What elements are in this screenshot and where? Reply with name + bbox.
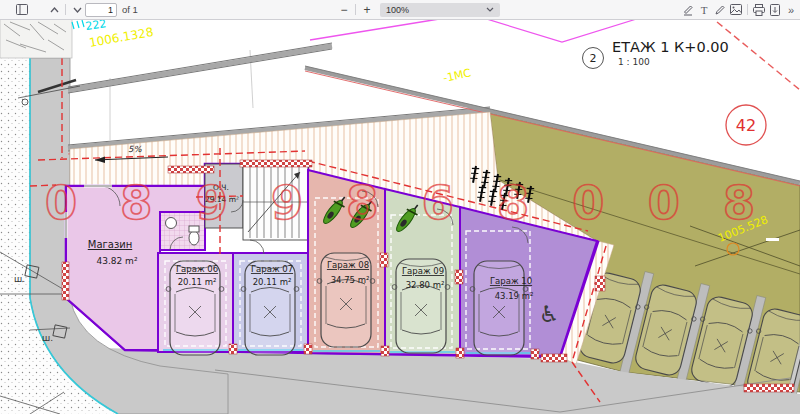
zoom-in-button[interactable]: + (359, 2, 375, 18)
wheelchair-accessible-icon: ♿ (539, 301, 560, 327)
print-icon[interactable] (751, 2, 767, 18)
page-count-label: of 1 (122, 4, 138, 15)
survey-mark (766, 238, 779, 241)
garage-10-area: 43.19 m² (495, 291, 534, 301)
image-tool-icon[interactable] (728, 2, 744, 18)
garage-08-name: Гараж 08 (327, 260, 369, 270)
garage-06-area: 20.11 m² (178, 277, 217, 287)
sink-icon (166, 218, 177, 229)
plan-canvas[interactable]: ш. ш. (0, 0, 800, 414)
previous-page-icon[interactable] (46, 2, 62, 18)
slope-label: 5% (128, 144, 142, 154)
text-tool-icon[interactable]: T (696, 2, 712, 18)
garage-09-name: Гараж 09 (402, 266, 444, 276)
drawing-number: 2 (590, 52, 597, 65)
shaft-label: ш. (42, 333, 53, 343)
pdf-viewer-window: of 1 − + 100% T (0, 0, 800, 414)
car-icon (241, 261, 299, 355)
draw-tool-icon[interactable] (712, 2, 728, 18)
toolbar-divider (355, 4, 356, 15)
toolbar-divider (747, 4, 748, 15)
page-number-input[interactable] (85, 3, 117, 17)
zoom-level-value: 100% (386, 5, 409, 15)
save-icon[interactable] (767, 2, 783, 18)
drawing-scale: 1 : 100 (618, 57, 650, 67)
car-icon (166, 261, 224, 355)
garage-08-area: 34.75 m² (331, 275, 370, 285)
zoom-out-button[interactable]: − (336, 2, 352, 18)
more-tools-icon[interactable]: » (783, 2, 799, 18)
garage-10-name: Гараж 10 (490, 276, 532, 286)
sheet-number: 42 (736, 116, 756, 135)
next-page-icon[interactable] (69, 2, 85, 18)
toilet-icon (189, 231, 199, 245)
garage-09-area: 32.80 m² (406, 280, 445, 290)
garage-07-area: 20.11 m² (253, 277, 292, 287)
garage-07-name: Гараж 07 (251, 264, 293, 274)
shaft-label: ш. (14, 274, 25, 284)
garage-06-name: Гараж 06 (176, 264, 218, 274)
highlight-tool-icon[interactable] (680, 2, 696, 18)
toolbar-divider (65, 4, 66, 15)
shop-name: Магазин (88, 239, 133, 250)
corner-plan-fragment (0, 19, 72, 58)
zoom-level-select[interactable]: 100% (380, 3, 500, 17)
drawing-title: ЕТАЖ 1 К+0.00 (612, 39, 729, 55)
sidebar-toggle-icon[interactable] (14, 2, 30, 18)
pdf-toolbar: of 1 − + 100% T (0, 0, 800, 20)
shop-area: 43.82 m² (96, 256, 137, 266)
chevron-down-icon (486, 7, 494, 12)
